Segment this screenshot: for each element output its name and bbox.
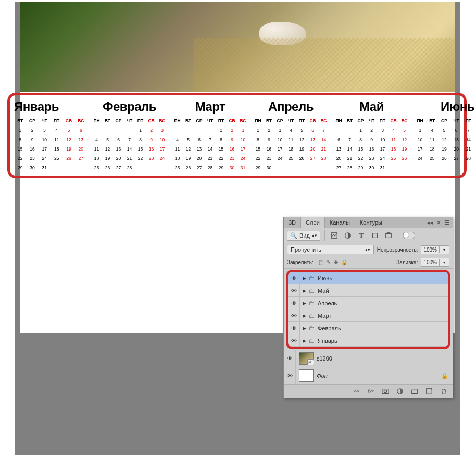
layer-folder-row[interactable]: 👁▶🗀Июнь [288,272,448,284]
layer-name[interactable]: Январь [318,338,337,344]
collapse-icon[interactable]: ◂◂ [427,219,433,226]
panel-menu-icon[interactable]: ☰ [444,219,449,226]
opacity-input[interactable]: 100%▾ [421,245,449,254]
panel-tabs: 3D Слои Каналы Контуры ◂◂ ✕ ☰ [284,217,453,228]
tab-paths[interactable]: Контуры [355,217,387,228]
filter-kind-label: Вид [299,232,310,239]
filter-type-icon[interactable]: T [356,230,367,241]
expand-arrow-icon[interactable]: ▶ [303,288,306,293]
calendar-photo [20,2,455,92]
layer-folder-row[interactable]: 👁▶🗀Март [288,309,448,322]
smart-object-badge-icon: ◰ [307,359,314,365]
calendar-cell: 21 [462,144,474,154]
filter-row: 🔍 Вид ▴▾ T [284,228,453,243]
layer-name[interactable]: Февраль [318,325,341,331]
trash-icon[interactable] [439,387,448,395]
filter-smart-icon[interactable] [383,230,394,241]
folder-icon: 🗀 [309,300,315,307]
visibility-icon[interactable]: 👁 [288,322,300,334]
filter-toggle[interactable] [403,232,415,239]
layer-s1200[interactable]: 👁 ◰ s1200 [284,350,453,367]
lock-transparent-icon[interactable]: ⬚ [319,259,323,265]
expand-arrow-icon[interactable]: ▶ [303,326,306,331]
group-icon[interactable] [410,387,419,395]
expand-arrow-icon[interactable]: ▶ [303,276,306,281]
expand-arrow-icon[interactable]: ▶ [303,313,306,318]
layer-folder-row[interactable]: 👁▶🗀Май [288,284,448,297]
fill-value: 100% [421,258,439,266]
folder-icon: 🗀 [309,312,315,319]
blend-mode-value: Пропустить [291,246,321,253]
lock-icon: 🔒 [441,373,448,379]
fx-icon[interactable]: fx▾ [366,387,375,395]
opacity-value: 100% [421,246,439,254]
blend-mode-dropdown[interactable]: Пропустить ▴▾ [287,245,374,254]
visibility-icon[interactable]: 👁 [288,272,300,284]
visibility-icon[interactable]: 👁 [288,334,300,346]
mask-icon[interactable] [381,387,390,395]
filter-kind-dropdown[interactable]: 🔍 Вид ▴▾ [287,231,320,241]
tab-3d[interactable]: 3D [284,217,301,228]
filter-pixel-icon[interactable] [329,230,340,241]
layer-folder-row[interactable]: 👁▶🗀Февраль [288,322,448,334]
layer-thumbnail[interactable] [299,369,314,382]
svg-rect-8 [427,389,432,394]
layer-name[interactable]: Май [318,288,329,294]
adjustment-icon[interactable] [395,387,405,395]
layer-name[interactable]: s1200 [317,355,332,362]
calendar-cell: 7 [462,126,474,135]
lock-pixels-icon[interactable]: ✎ [327,259,331,265]
visibility-icon[interactable]: 👁 [288,284,300,296]
dow-header: ПТ [462,116,474,126]
lock-all-icon[interactable]: 🔒 [341,259,347,265]
new-layer-icon[interactable] [424,387,434,395]
filter-adjust-icon[interactable] [343,230,353,241]
fill-input[interactable]: 100%▾ [421,258,449,267]
visibility-icon[interactable]: 👁 [288,309,300,321]
layer-background[interactable]: 👁 Фон 🔒 [284,367,453,384]
filter-shape-icon[interactable] [370,230,380,241]
expand-arrow-icon[interactable]: ▶ [303,301,306,306]
folder-icon: 🗀 [309,275,315,282]
lock-row: Закрепить: ⬚ ✎ ✥ 🔒 Заливка: 100%▾ [284,256,453,269]
folder-icon: 🗀 [309,287,315,294]
close-icon[interactable]: ✕ [436,219,441,226]
layer-folder-row[interactable]: 👁▶🗀Апрель [288,297,448,309]
chevron-updown-icon: ▴▾ [365,247,370,252]
visibility-icon[interactable]: 👁 [284,367,296,384]
chevron-down-icon: ▾ [439,259,449,266]
fill-label: Заливка: [396,259,418,265]
layers-panel[interactable]: 3D Слои Каналы Контуры ◂◂ ✕ ☰ 🔍 Вид ▴▾ T [283,217,453,398]
chevron-down-icon: ▾ [439,246,449,253]
layers-highlight: 👁▶🗀Июнь👁▶🗀Май👁▶🗀Апрель👁▶🗀Март👁▶🗀Февраль👁… [286,270,450,349]
panel-footer: ⚯ fx▾ [284,384,453,398]
layer-name[interactable]: Март [318,313,331,319]
expand-arrow-icon[interactable]: ▶ [303,338,306,343]
visibility-icon[interactable]: 👁 [288,297,300,309]
visibility-icon[interactable]: 👁 [284,350,296,367]
layer-name[interactable]: Фон [317,373,328,379]
lock-label: Закрепить: [287,259,314,265]
calendar-cell: 28 [462,154,474,163]
layer-thumbnail[interactable]: ◰ [299,352,314,365]
chevron-updown-icon: ▴▾ [312,233,317,238]
svg-point-6 [384,390,386,392]
svg-rect-2 [373,233,378,238]
lock-position-icon[interactable]: ✥ [334,259,338,265]
folder-icon: 🗀 [309,337,315,344]
folder-icon: 🗀 [309,325,315,332]
link-layers-icon[interactable]: ⚯ [352,387,361,395]
opacity-label: Непрозрачность: [377,247,418,253]
calendar-cell: 14 [462,135,474,144]
layer-folder-row[interactable]: 👁▶🗀Январь [288,334,448,347]
search-icon: 🔍 [290,232,297,239]
layer-name[interactable]: Июнь [318,275,332,281]
blend-row: Пропустить ▴▾ Непрозрачность: 100%▾ [284,243,453,256]
layer-name[interactable]: Апрель [318,300,337,306]
tab-layers[interactable]: Слои [301,217,325,228]
tab-channels[interactable]: Каналы [325,217,355,228]
